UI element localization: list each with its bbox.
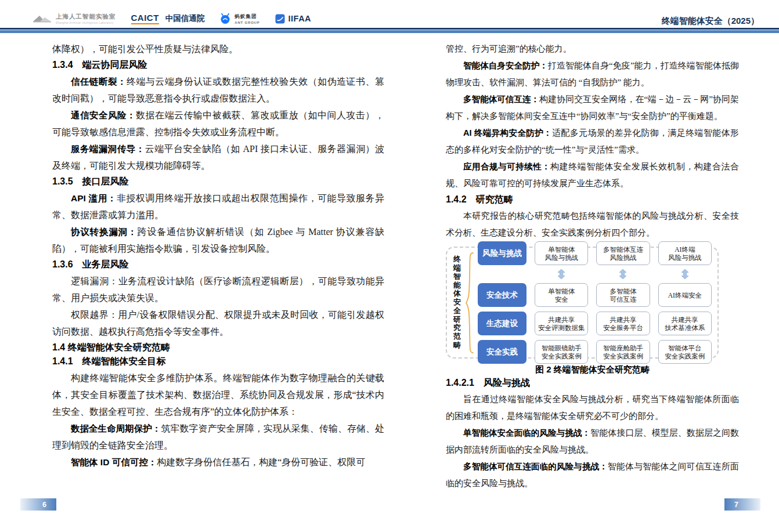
- iifaa-logo: IIFAA: [275, 14, 312, 24]
- iifaa-title: IIFAA: [288, 14, 312, 23]
- diagram-cell: 多智能体互连 风险挑战: [596, 241, 650, 265]
- paragraph-lead: 单智能体安全面临的风险与挑战：: [463, 428, 590, 437]
- paragraph: 协议转换漏洞：跨设备通信协议解析错误（如 Zigbee 与 Matter 协议兼…: [52, 223, 384, 257]
- diagram-side-label-char: 体: [453, 289, 461, 298]
- figure-caption: 图 2 终端智能体安全研究范畴: [446, 364, 739, 375]
- research-scope-figure: 终端智能体安全研究范畴 风险与挑战单智能体 风险与挑战多智能体互连 风险挑战AI…: [446, 247, 739, 375]
- left-page-text: 体降权），可能引发公平性质疑与法律风险。1.3.4 端云协同层风险信任链断裂：终…: [52, 41, 384, 471]
- paragraph-lead: 多智能体可信互连：: [463, 95, 539, 104]
- ant-group-subtitle: ANT GROUP: [235, 21, 259, 24]
- paragraph: 旨在通过终端智能体安全风险与挑战分析，研究当下终端智能体所面临的困难和瓶颈，是终…: [446, 391, 739, 425]
- up-down-arrow-icon: [596, 270, 650, 278]
- diagram-side-label-char: 范: [453, 332, 461, 341]
- up-down-arrow-icon: [658, 270, 712, 278]
- research-scope-diagram: 终端智能体安全研究范畴 风险与挑战单智能体 风险与挑战多智能体互连 风险挑战AI…: [446, 247, 719, 359]
- iifaa-icon: [275, 14, 285, 24]
- ant-icon: [219, 13, 231, 24]
- diagram-side-label-char: 终: [453, 255, 461, 264]
- paragraph-lead: 信任链断裂：: [71, 77, 127, 86]
- diagram-grid: 风险与挑战单智能体 风险与挑战多智能体互连 风险挑战AI终端 风险与挑战安全技术…: [478, 241, 712, 364]
- report-header: 上海人工智能实验室 Shanghai Artificial Intelligen…: [0, 0, 779, 28]
- ant-group-logo: 蚂蚁集团 ANT GROUP: [219, 13, 259, 24]
- diagram-cell: 智能体平台 安全实践案例: [658, 340, 712, 364]
- diagram-cell: 单智能体 安全: [535, 283, 588, 307]
- diagram-row-label: 生态建设: [478, 312, 526, 335]
- shanghai-ai-lab-subtitle: Shanghai Artificial Intelligence Laborat…: [56, 21, 116, 24]
- paragraph: 信任链断裂：终端与云端身份认证或数据完整性校验失效（如伪造证书、篡改时间戳），可…: [52, 73, 384, 107]
- diagram-side-label-char: 研: [453, 316, 461, 324]
- diagram-cell: 智能座舱助手 安全实践案例: [596, 340, 650, 364]
- section-heading: 1.4.2.1 风险与挑战: [446, 377, 739, 389]
- diagram-cell: 共建共享 安全评测数据集: [535, 312, 588, 335]
- paragraph-lead: 服务端漏洞传导：: [71, 144, 145, 154]
- paragraph: API 滥用：非授权调用终端开放接口或超出权限范围操作，可能导致服务异常、数据泄…: [52, 190, 384, 223]
- ant-group-title: 蚂蚁集团: [235, 13, 259, 20]
- diagram-cell: 单智能体 风险与挑战: [535, 241, 588, 265]
- section-heading: 1.3.4 端云协同层风险: [52, 59, 384, 71]
- diagram-cell: 共建共享 安全服务平台: [596, 312, 650, 335]
- diagram-cell: 多智能体 可信互连: [596, 283, 650, 307]
- paragraph: 体降权），可能引发公平性质疑与法律风险。: [52, 41, 384, 57]
- right-page-text-bottom: 1.4.2.1 风险与挑战旨在通过终端智能体安全风险与挑战分析，研究当下终端智能…: [446, 377, 739, 492]
- section-heading: 1.4.1 终端智能体安全目标: [52, 356, 384, 368]
- paragraph: 权限越界：用户/设备权限错误分配、权限提升或未及时回收，可能引发越权访问数据、越…: [52, 306, 384, 340]
- paragraph-lead: 应用合规与可持续性：: [463, 162, 550, 171]
- diagram-side-label-char: 究: [453, 324, 461, 332]
- paragraph-lead: API 滥用：: [71, 193, 117, 203]
- diagram-side-label-char: 智: [453, 273, 461, 281]
- diagram-side-label-char: 畴: [453, 341, 461, 350]
- paragraph: 逻辑漏洞：业务流程设计缺陷（医疗诊断流程逻辑断层），可能导致功能异常、用户损失或…: [52, 273, 384, 306]
- paragraph: AI 终端异构安全防护：适配多元场景的差异化防御，满足终端智能体形态的多样化对安…: [446, 125, 739, 158]
- diagram-side-label: 终端智能体安全研究范畴: [453, 255, 461, 350]
- paragraph-lead: 协议转换漏洞：: [71, 227, 137, 237]
- doc-title: 终端智能体安全（2025）: [662, 16, 759, 27]
- shanghai-ai-lab-logo-text: 上海人工智能实验室 Shanghai Artificial Intelligen…: [56, 13, 116, 24]
- diagram-side-label-char: 全: [453, 307, 461, 316]
- section-heading: 1.4.2 研究范畴: [446, 194, 739, 206]
- logo-strip: 上海人工智能实验室 Shanghai Artificial Intelligen…: [33, 13, 311, 24]
- paragraph: 管控、行为可追溯”的核心能力。: [446, 41, 739, 57]
- paragraph: 单智能体安全面临的风险与挑战：智能体接口层、模型层、数据层之间数据内部流转所面临…: [446, 425, 739, 458]
- paragraph-lead: 多智能体可信互连面临的风险与挑战：: [463, 462, 608, 471]
- ant-group-logo-text: 蚂蚁集团 ANT GROUP: [235, 13, 259, 24]
- paragraph: 构建终端智能体安全多维防护体系。终端智能体作为数字物理融合的关键载体，其安全目标…: [52, 370, 384, 420]
- section-heading: 1.3.6 业务层风险: [52, 259, 384, 271]
- diagram-cell: AI终端 风险与挑战: [658, 241, 712, 265]
- page-number-left: 6: [20, 498, 56, 511]
- diagram-row-label: 安全技术: [478, 283, 526, 307]
- paragraph-lead: 智能体 ID 可信可控：: [71, 457, 157, 467]
- diagram-side-label-char: 能: [453, 281, 461, 290]
- paragraph-lead: AI 终端异构安全防护：: [463, 128, 552, 137]
- diagram-row-label: 风险与挑战: [478, 241, 526, 265]
- diagram-side-label-char: 安: [453, 298, 461, 307]
- paragraph: 多智能体可信互连：构建协同交互安全网络，在“端－边－云－网”协同架构下，解决多智…: [446, 91, 739, 125]
- up-down-arrow-icon: [535, 270, 588, 278]
- brace-decoration: [465, 252, 474, 354]
- paragraph: 数据全生命周期保护：筑牢数字资产安全屏障，实现从采集、传输、存储、处理到销毁的全…: [52, 420, 384, 454]
- caict-brand: CAICT: [131, 13, 159, 24]
- paragraph-lead: 数据全生命周期保护：: [71, 424, 161, 433]
- paragraph-lead: 智能体自身安全防护：: [463, 61, 548, 70]
- diagram-side-label-char: 端: [453, 264, 461, 273]
- page-number-right: 7: [724, 498, 760, 511]
- section-heading: 1.3.5 接口层风险: [52, 176, 384, 188]
- caict-title: 中国信通院: [165, 13, 205, 24]
- header-rule: [0, 28, 779, 33]
- paragraph: 本研究报告的核心研究范畴包括终端智能体的风险与挑战分析、安全技术分析、生态建设分…: [446, 208, 739, 241]
- diagram-cell: 共建共享 技术基准体系: [658, 312, 712, 335]
- paragraph: 服务端漏洞传导：云端平台安全缺陷（如 API 接口未认证、服务器漏洞）波及终端，…: [52, 140, 384, 174]
- shanghai-ai-lab-logo: 上海人工智能实验室 Shanghai Artificial Intelligen…: [33, 13, 116, 24]
- section-heading: 1.4 终端智能体安全研究范畴: [52, 342, 384, 354]
- paragraph: 应用合规与可持续性：构建终端智能体安全发展长效机制，构建合法合规、风险可靠可控的…: [446, 158, 739, 192]
- paragraph: 通信安全风险：数据在端云传输中被截获、篡改或重放（如中间人攻击），可能导致敏感信…: [52, 107, 384, 140]
- diagram-cell: 智能眼镜助手 安全实践案例: [535, 340, 588, 364]
- caict-logo: CAICT 中国信通院: [131, 13, 205, 24]
- shanghai-ai-lab-logo-mark: [33, 13, 52, 24]
- right-page-content: 管控、行为可追溯”的核心能力。智能体自身安全防护：打造智能体自身“免疫”能力，打…: [446, 41, 739, 492]
- right-page-text-top: 管控、行为可追溯”的核心能力。智能体自身安全防护：打造智能体自身“免疫”能力，打…: [446, 41, 739, 241]
- paragraph: 智能体自身安全防护：打造智能体自身“免疫”能力，打造终端智能体抵御物理攻击、软件…: [446, 57, 739, 91]
- diagram-row-label: 安全实践: [478, 340, 526, 364]
- paragraph: 智能体 ID 可信可控：构建数字身份信任基石，构建“身份可验证、权限可: [52, 454, 384, 471]
- paragraph: 多智能体可信互连面临的风险与挑战：智能体与智能体之间可信互连所面临的安全风险与挑…: [446, 458, 739, 492]
- diagram-cell: AI终端安全: [658, 283, 712, 307]
